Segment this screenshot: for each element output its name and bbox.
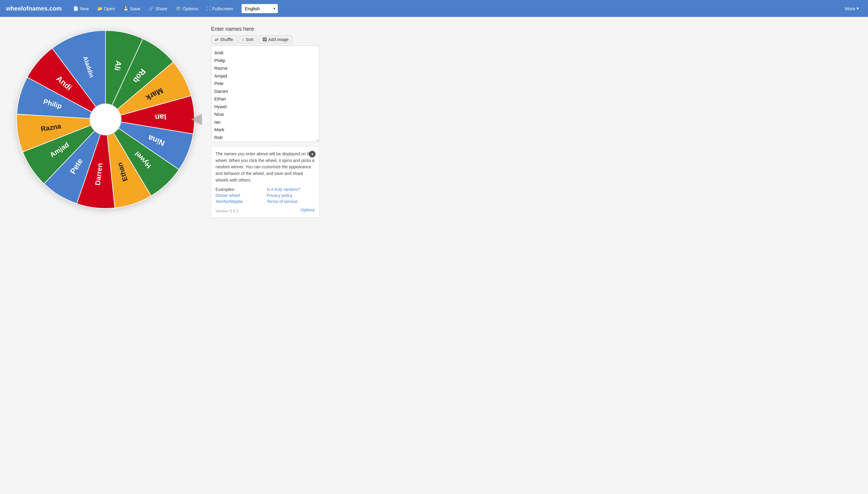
yes-no-maybe-link[interactable]: Yes/No/Maybe bbox=[216, 199, 264, 204]
fullscreen-button[interactable]: ⛶ Fullscreen bbox=[203, 4, 236, 13]
main-content: AliRobMarkIanNinaHywelEthanDarrenPeteAmj… bbox=[0, 17, 868, 227]
open-icon: 📂 bbox=[97, 6, 102, 11]
info-box: ▾ The names you enter above will be disp… bbox=[211, 146, 319, 218]
language-dropdown[interactable]: English Spanish French German Portuguese bbox=[241, 4, 278, 13]
share-button[interactable]: 🔗 Share bbox=[145, 4, 170, 13]
privacy-policy-link[interactable]: Privacy policy bbox=[267, 193, 315, 198]
save-icon: 💾 bbox=[123, 6, 129, 11]
options-button[interactable]: ⚙️ Options bbox=[173, 4, 201, 13]
svg-point-14 bbox=[90, 104, 121, 135]
examples-label: Examples: bbox=[216, 187, 264, 192]
wheel-container[interactable]: AliRobMarkIanNinaHywelEthanDarrenPeteAmj… bbox=[12, 26, 199, 213]
shuffle-icon: ⇄ bbox=[215, 37, 218, 42]
panel-title: Enter names here bbox=[211, 26, 319, 32]
sort-button[interactable]: ↕ Sort bbox=[238, 35, 257, 44]
version-label: Version 5.9.2 bbox=[216, 209, 238, 213]
more-chevron-icon: ▾ bbox=[856, 6, 859, 11]
wheel[interactable]: AliRobMarkIanNinaHywelEthanDarrenPeteAmj… bbox=[12, 26, 199, 213]
info-links: Examples: Is it truly random? Dinner whe… bbox=[216, 187, 315, 204]
new-icon: 📄 bbox=[73, 6, 78, 11]
header: wheelofnames.com 📄 New 📂 Open 💾 Save 🔗 S… bbox=[0, 0, 868, 17]
open-button[interactable]: 📂 Open bbox=[94, 4, 118, 13]
share-icon: 🔗 bbox=[149, 6, 154, 11]
names-input[interactable] bbox=[211, 45, 319, 142]
is-it-random-link[interactable]: Is it truly random? bbox=[267, 187, 315, 192]
info-description: The names you enter above will be displa… bbox=[216, 151, 315, 183]
language-selector[interactable]: English Spanish French German Portuguese… bbox=[241, 4, 278, 13]
add-image-button[interactable]: 🖼 Add image bbox=[259, 35, 292, 44]
svg-text:Ian: Ian bbox=[155, 113, 166, 122]
gear-icon: ⚙️ bbox=[176, 6, 181, 11]
image-icon: 🖼 bbox=[262, 37, 267, 42]
dinner-wheel-link[interactable]: Dinner wheel bbox=[216, 193, 264, 198]
info-collapse-button[interactable]: ▾ bbox=[309, 151, 316, 157]
more-button[interactable]: More ▾ bbox=[842, 4, 862, 13]
shuffle-button[interactable]: ⇄ Shuffle bbox=[211, 35, 237, 44]
fullscreen-icon: ⛶ bbox=[206, 6, 211, 11]
site-title: wheelofnames.com bbox=[6, 5, 62, 12]
options-link[interactable]: Options bbox=[300, 208, 315, 212]
new-button[interactable]: 📄 New bbox=[70, 4, 92, 13]
terms-of-service-link[interactable]: Terms of service bbox=[267, 199, 315, 204]
wheel-pointer bbox=[191, 114, 202, 125]
sort-icon: ↕ bbox=[242, 37, 244, 42]
save-button[interactable]: 💾 Save bbox=[120, 4, 143, 13]
right-panel: Enter names here ⇄ Shuffle ↕ Sort 🖼 Add … bbox=[211, 26, 319, 218]
names-toolbar: ⇄ Shuffle ↕ Sort 🖼 Add image bbox=[211, 35, 319, 44]
